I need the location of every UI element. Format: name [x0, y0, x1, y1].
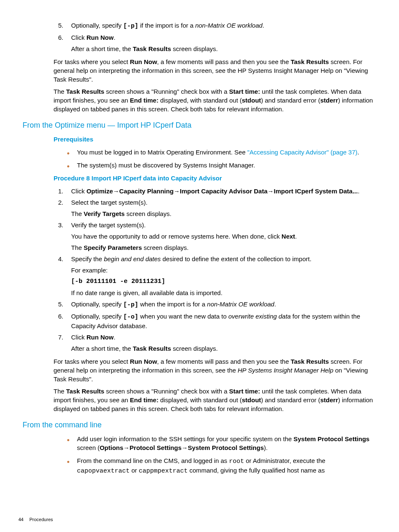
cross-ref-link[interactable]: "Accessing Capacity Advisor" (page 37) [247, 149, 357, 156]
arrow-icon: → [174, 188, 180, 195]
italic-text: HP Systems Insight Manager Help [238, 367, 333, 374]
text: displayed, with standard out ( [159, 396, 242, 403]
paragraph: For tasks where you select Run Now, a fe… [54, 357, 373, 383]
list-item: Optionally, specify [-p] if the import i… [69, 21, 373, 31]
section-heading-optimize: From the Optimize menu — Import HP ICper… [23, 120, 373, 131]
bold-text: Task Results [66, 88, 104, 95]
bold-text: Start time: [229, 88, 260, 95]
text: . [114, 334, 115, 341]
text: For tasks where you select [54, 58, 130, 65]
bold-text: End time: [130, 396, 159, 403]
text: Optionally, specify [71, 22, 123, 29]
bold-text: Next [281, 233, 295, 240]
sub-line: After a short time, the Task Results scr… [71, 344, 373, 353]
italic-text: begin and end dates [104, 255, 161, 262]
bold-text: Run Now [87, 34, 114, 41]
text: After a short time, the [71, 45, 133, 52]
text: The [71, 244, 84, 251]
list-item: Click Run Now. After a short time, the T… [69, 333, 373, 353]
sub-line: The Specify Parameters screen displays. [71, 243, 373, 252]
text: screen displays. [171, 45, 218, 52]
list-item: The system(s) must be discovered by Syst… [67, 161, 373, 170]
procedure-ordered-list: Click Optimize→Capacity Planning→Import … [23, 187, 373, 353]
text: Click [71, 34, 87, 41]
text: Verify the target system(s). [71, 221, 146, 229]
bold-text: Run Now [87, 334, 114, 341]
arrow-icon: → [182, 444, 188, 451]
italic-text: non-Matrix OE workload [195, 22, 263, 29]
code-text: [-o] [123, 314, 138, 321]
text: screen shows a "Running" check box with … [104, 88, 229, 95]
text: if the import is for a [138, 22, 195, 29]
italic-text: non-Matrix OE workload [207, 301, 274, 308]
text: Optionally, specify [71, 301, 123, 308]
bold-text: stdout [242, 97, 261, 104]
bold-text: Run Now [130, 58, 157, 65]
bold-text: Task Results [66, 388, 104, 395]
list-item: Click Optimize→Capacity Planning→Import … [69, 187, 373, 195]
bold-text: Start time: [229, 388, 260, 395]
text: The [54, 88, 66, 95]
bold-text: Task Results [133, 45, 171, 52]
text: After a short time, the [71, 345, 133, 352]
code-text: capopvaextract [77, 468, 130, 475]
sub-line: After a short time, the Task Results scr… [71, 44, 373, 53]
text: displayed, with standard out ( [159, 97, 242, 104]
paragraph: The Task Results screen shows a "Running… [54, 87, 373, 113]
bold-text: stdout [242, 396, 261, 403]
text: , a few moments will pass and then you s… [157, 58, 291, 65]
text: . [263, 22, 264, 29]
text: screen displays. [142, 244, 189, 251]
sub-line: You have the opportunity to add or remov… [71, 232, 373, 241]
bold-text: Verify Targets [84, 210, 125, 217]
arrow-icon: → [113, 188, 119, 195]
list-item: Specify the begin and end dates desired … [69, 254, 373, 297]
text: . [357, 149, 359, 156]
prereq-list: You must be logged in to Matrix Operatin… [23, 148, 373, 170]
code-block: [-b 20111101 -e 20111231] [71, 277, 373, 286]
text: screen displays. [171, 345, 218, 352]
paragraph: The Task Results screen shows a "Running… [54, 387, 373, 413]
text: You must be logged in to Matrix Operatin… [77, 149, 247, 156]
text: ) and standard error ( [261, 97, 320, 104]
list-item: Verify the target system(s). You have th… [69, 221, 373, 252]
bold-text: Options [100, 444, 123, 451]
text: screen ( [77, 444, 100, 451]
text: Optionally, specify [71, 313, 123, 320]
sub-line: For example: [71, 266, 373, 275]
bold-text: System Protocol Settings [188, 444, 264, 451]
list-item: Optionally, specify [-p] when the import… [69, 300, 373, 309]
bold-text: End time: [130, 97, 159, 104]
bold-text: Protocol Settings [130, 444, 182, 451]
bold-text: stderr [320, 97, 338, 104]
text: or Administrator, execute the [244, 457, 325, 464]
list-item: Select the target system(s). The Verify … [69, 198, 373, 218]
text: Add user login information to the SSH se… [77, 435, 294, 442]
bold-text: Task Results [291, 58, 329, 65]
code-text: [-p] [123, 301, 138, 308]
bold-text: Capacity Planning [119, 188, 174, 195]
arrow-icon: → [268, 188, 274, 195]
arrow-icon: → [123, 444, 130, 451]
bold-text: Run Now [130, 358, 157, 365]
text: From the command line on the CMS, and lo… [77, 457, 229, 464]
text: The [54, 388, 66, 395]
text: screen displays. [125, 210, 171, 217]
code-text: root [229, 458, 244, 465]
text: . [358, 188, 359, 195]
code-text: cappmpextract [139, 468, 188, 475]
text: For tasks where you select [54, 358, 130, 365]
sub-line: If no date range is given, all available… [71, 288, 373, 297]
text: command, giving the fully qualified host… [188, 467, 325, 474]
text: screen shows a "Running" check box with … [104, 388, 229, 395]
bold-text: Specify Parameters [84, 244, 142, 251]
text: desired to define the extent of the coll… [161, 255, 311, 262]
text: when the import is for a [138, 301, 207, 308]
list-item: You must be logged in to Matrix Operatin… [67, 148, 373, 157]
text: . [295, 233, 297, 240]
section-heading-cmdline: From the command line [23, 420, 373, 430]
text: Click [71, 188, 87, 195]
italic-text: overwrite existing data [228, 313, 291, 320]
list-item: Add user login information to the SSH se… [67, 434, 373, 452]
text: Select the target system(s). [71, 199, 148, 206]
